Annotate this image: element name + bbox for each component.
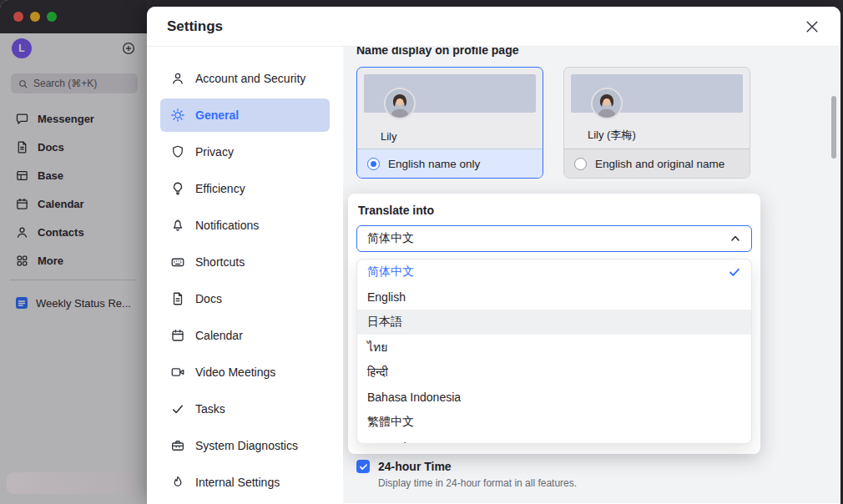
settings-content: Name display on profile page Lily Englis… (343, 47, 840, 503)
tab-privacy[interactable]: Privacy (160, 135, 330, 169)
settings-header: Settings (147, 7, 840, 47)
bell-icon (170, 218, 185, 233)
keyboard-icon (170, 255, 185, 270)
translate-select[interactable]: 简体中文 (356, 225, 752, 252)
translate-selected-value: 简体中文 (367, 231, 414, 246)
option-bahasa-indonesia[interactable]: Bahasa Indonesia (357, 385, 751, 410)
tab-account-and-security[interactable]: Account and Security (160, 62, 330, 95)
tab-label: Docs (195, 292, 222, 305)
tab-tasks[interactable]: Tasks (160, 392, 330, 426)
scrollbar-thumb[interactable] (831, 96, 836, 159)
tab-label: Shortcuts (195, 255, 245, 269)
option-label: English and original name (595, 158, 724, 170)
time-setting-label: 24-hour Time (378, 459, 577, 474)
option-label: English name only (388, 158, 480, 170)
option-simplified-chinese[interactable]: 简体中文 (357, 260, 751, 285)
doc-icon (170, 291, 185, 306)
option-hindi[interactable]: हिन्दी (357, 360, 751, 385)
option-label: 简体中文 (367, 265, 414, 280)
option-label: 日本語 (367, 315, 402, 330)
profile-photo (384, 88, 416, 119)
tab-shortcuts[interactable]: Shortcuts (160, 245, 330, 279)
tab-label: Notifications (195, 219, 259, 232)
name-display-options: Lily English name only Lily (李梅) (356, 67, 750, 179)
24-hour-time-setting: 24-hour Time Display time in 24-hour for… (356, 459, 577, 489)
preview-name: Lily (李梅) (588, 128, 636, 143)
tab-label: Calendar (195, 329, 243, 342)
tab-efficiency[interactable]: Efficiency (160, 172, 330, 205)
profile-photo (591, 88, 623, 119)
tab-docs[interactable]: Docs (160, 282, 330, 315)
check-icon (170, 401, 185, 416)
tab-video-meetings[interactable]: Video Meetings (160, 355, 330, 389)
preview-name: Lily (381, 130, 397, 143)
tab-general[interactable]: General (160, 98, 330, 132)
translate-label: Translate into (358, 202, 750, 219)
person-icon (170, 71, 185, 86)
time-setting-description: Display time in 24-hour format in all fe… (378, 477, 577, 489)
tab-label: Video Meetings (195, 365, 275, 379)
translate-dropdown-list: 简体中文 English 日本語 ไทย हिन्दी Bahasa Indon… (356, 259, 752, 444)
option-label: Bahasa Indonesia (367, 391, 461, 404)
tab-system-diagnostics[interactable]: System Diagnostics (160, 429, 330, 462)
24-hour-time-checkbox[interactable] (356, 460, 370, 473)
tab-label: Account and Security (195, 72, 305, 85)
tab-label: Efficiency (195, 182, 245, 195)
chevron-up-icon (729, 233, 741, 244)
toolbox-icon (170, 438, 185, 453)
profile-preview: Lily (357, 68, 543, 149)
option-japanese[interactable]: 日本語 (357, 310, 751, 335)
option-label: English (367, 290, 406, 304)
settings-modal: Settings Account and Security General Pr… (147, 7, 840, 504)
tab-notifications[interactable]: Notifications (160, 209, 330, 242)
gear-icon (170, 108, 185, 123)
option-traditional-chinese[interactable]: 繁體中文 (357, 410, 751, 435)
shield-icon (170, 144, 185, 159)
option-label: हिन्दी (367, 365, 388, 380)
tab-label: System Diagnostics (195, 439, 298, 452)
section-title: Name display on profile page (356, 47, 519, 57)
option-label: Français (367, 441, 412, 444)
option-row: English name only (357, 149, 543, 178)
radio-english-name-only[interactable] (367, 158, 380, 170)
close-icon[interactable] (804, 18, 820, 35)
tab-calendar[interactable]: Calendar (160, 319, 330, 352)
option-label: ไทย (367, 338, 387, 356)
tab-label: General (195, 108, 239, 122)
option-french[interactable]: Français (357, 435, 751, 444)
check-icon (728, 265, 741, 279)
card-english-and-original-name[interactable]: Lily (李梅) English and original name (563, 67, 750, 179)
option-english[interactable]: English (357, 285, 751, 310)
tab-label: Internal Settings (195, 476, 280, 489)
calendar-icon (170, 328, 185, 343)
lightbulb-icon (170, 181, 185, 196)
video-camera-icon (170, 365, 185, 380)
flame-icon (170, 475, 185, 490)
time-setting-text: 24-hour Time Display time in 24-hour for… (378, 459, 577, 489)
option-row: English and original name (564, 149, 750, 178)
option-label: 繁體中文 (367, 415, 414, 430)
tab-label: Tasks (195, 402, 225, 416)
profile-preview: Lily (李梅) (564, 68, 750, 149)
settings-nav: Account and Security General Privacy Eff… (147, 47, 343, 503)
option-thai[interactable]: ไทย (357, 335, 751, 360)
tab-label: Privacy (195, 145, 234, 159)
page-title: Settings (167, 18, 223, 35)
card-english-name-only[interactable]: Lily English name only (356, 67, 543, 179)
tab-internal-settings[interactable]: Internal Settings (160, 466, 330, 499)
translate-popover: Translate into 简体中文 简体中文 English 日本語 ไทย (348, 194, 760, 454)
radio-english-and-original-name[interactable] (574, 158, 587, 170)
